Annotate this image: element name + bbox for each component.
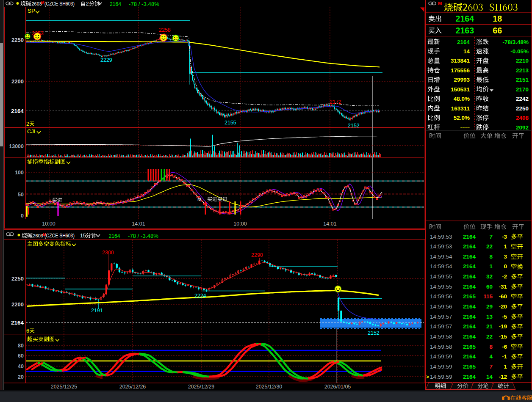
svg-text:2163: 2163 (456, 26, 474, 35)
svg-text:-78 / -3.48%: -78 / -3.48% (129, 1, 159, 7)
svg-text:0: 0 (21, 213, 24, 219)
svg-text:14:59:58: 14:59:58 (430, 333, 452, 340)
svg-text:-12: -12 (499, 374, 507, 380)
svg-text:14:59:55: 14:59:55 (430, 273, 452, 280)
svg-text:7: 7 (489, 234, 493, 240)
svg-text:14:59:54: 14:59:54 (430, 263, 452, 270)
svg-text:21: 21 (486, 323, 493, 330)
svg-text:6: 6 (26, 328, 29, 334)
svg-text:2025/12/26: 2025/12/26 (119, 384, 146, 390)
svg-text:14:01: 14:01 (323, 221, 336, 227)
svg-text:2213: 2213 (516, 67, 529, 74)
svg-text:13: 13 (486, 314, 493, 320)
svg-text:2026/01/05: 2026/01/05 (324, 384, 351, 390)
svg-text:2164: 2164 (11, 108, 24, 114)
svg-text:14:59:53: 14:59:53 (430, 234, 452, 240)
svg-text:14: 14 (486, 374, 493, 380)
svg-text:-60: -60 (499, 293, 507, 300)
svg-text:2250: 2250 (516, 105, 529, 112)
svg-text:14:59:59: 14:59:59 (430, 374, 452, 380)
svg-text:2200: 2200 (11, 301, 24, 308)
svg-text:-3: -3 (502, 234, 507, 240)
svg-text:2170: 2170 (516, 86, 529, 93)
svg-text:-2: -2 (502, 273, 507, 280)
svg-text:14:59:56: 14:59:56 (430, 293, 452, 300)
svg-text:2603: 2603 (33, 233, 43, 238)
svg-text:150531: 150531 (451, 86, 470, 93)
svg-text:2164: 2164 (463, 323, 476, 330)
svg-text:2242: 2242 (516, 96, 529, 102)
svg-text:20: 20 (18, 374, 24, 380)
svg-text:115: 115 (483, 293, 493, 300)
svg-text:2151: 2151 (516, 77, 529, 83)
svg-text:2165: 2165 (463, 363, 476, 370)
svg-text:-6: -6 (502, 344, 507, 350)
svg-text:40: 40 (18, 363, 24, 369)
svg-text:60: 60 (18, 353, 24, 359)
svg-text:2164: 2164 (463, 333, 476, 340)
svg-text:2191: 2191 (91, 308, 103, 314)
svg-text:32: 32 (486, 273, 493, 280)
svg-text:2025/12/25: 2025/12/25 (51, 384, 78, 390)
svg-text:-0.05%: -0.05% (510, 48, 529, 55)
svg-text:52.0%: 52.0% (454, 115, 470, 121)
svg-text:2164: 2164 (463, 284, 476, 290)
svg-text:22: 22 (486, 243, 493, 250)
svg-text:-15: -15 (499, 333, 507, 340)
svg-text:50: 50 (18, 192, 24, 198)
svg-text:2164: 2164 (463, 234, 476, 240)
svg-text:14:59:55: 14:59:55 (430, 284, 452, 290)
svg-text:3: 3 (504, 253, 507, 260)
svg-text:2164: 2164 (110, 1, 121, 7)
svg-text:-19: -19 (499, 323, 507, 330)
svg-text:2164: 2164 (463, 353, 476, 360)
svg-text:14:59:53: 14:59:53 (430, 243, 452, 250)
svg-text:2164: 2164 (463, 253, 476, 260)
svg-text:2092: 2092 (516, 124, 529, 131)
svg-text:2164: 2164 (463, 243, 476, 250)
svg-text:2224: 2224 (194, 293, 206, 299)
svg-text:1: 1 (504, 243, 507, 250)
svg-text:2: 2 (26, 121, 29, 127)
svg-text:-78 / -3.48%: -78 / -3.48% (128, 233, 158, 239)
svg-text:14:59:54: 14:59:54 (430, 253, 452, 260)
svg-text:2164: 2164 (456, 14, 474, 23)
svg-text:80: 80 (18, 343, 24, 349)
svg-text:15: 15 (80, 233, 86, 239)
svg-text:175556: 175556 (451, 67, 470, 74)
svg-text:10:00: 10:00 (233, 221, 247, 227)
svg-text:2258: 2258 (159, 27, 171, 33)
svg-text:2250: 2250 (11, 275, 24, 282)
svg-text:-1: -1 (502, 353, 507, 360)
svg-text:2210: 2210 (516, 58, 529, 64)
svg-text:4: 4 (489, 353, 493, 360)
svg-text:8: 8 (489, 344, 493, 350)
svg-text:60: 60 (486, 284, 493, 290)
svg-text:48.0%: 48.0% (454, 96, 470, 102)
svg-text:2152: 2152 (368, 330, 380, 336)
svg-text:14:59:57: 14:59:57 (430, 314, 452, 320)
svg-text:M: M (438, 1, 442, 6)
svg-text:2164: 2164 (457, 39, 470, 45)
svg-text:2164: 2164 (11, 319, 24, 326)
svg-text:2025/12/30: 2025/12/30 (256, 384, 283, 390)
svg-text:10:00: 10:00 (42, 221, 55, 227)
svg-text:2603: 2603 (32, 1, 42, 6)
svg-text:14:59:56: 14:59:56 (430, 303, 452, 310)
svg-text:2164: 2164 (463, 374, 476, 380)
svg-text:2164: 2164 (463, 303, 476, 310)
svg-text:2: 2 (86, 1, 89, 7)
svg-text:M: M (197, 197, 202, 202)
svg-text:8: 8 (489, 253, 493, 260)
svg-text:-78/3.48%: -78/3.48% (502, 39, 529, 45)
svg-text:2152: 2152 (348, 123, 360, 129)
svg-text:2300: 2300 (102, 250, 114, 256)
svg-text:>: > (426, 374, 429, 380)
svg-text:2290: 2290 (251, 252, 263, 258)
svg-text:14:01: 14:01 (132, 221, 145, 227)
svg-text:2408: 2408 (516, 115, 529, 121)
svg-text:29: 29 (486, 303, 493, 310)
svg-text:2229: 2229 (100, 57, 112, 63)
svg-text:-5: -5 (502, 314, 507, 320)
svg-text:(CZCE SH603): (CZCE SH603) (44, 232, 75, 239)
